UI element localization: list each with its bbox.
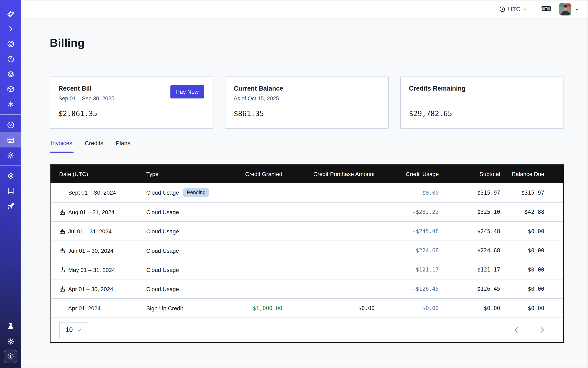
credit-usage-value: -$126.45 — [375, 286, 439, 292]
subtotal-value: $121.17 — [439, 267, 500, 273]
recent-bill-card: Recent Bill Sep 01 – Sep 30, 2025 $2,061… — [50, 76, 213, 129]
gear-icon[interactable] — [0, 147, 21, 163]
card-subtitle: As of Oct 15, 2025 — [234, 95, 380, 102]
avatar[interactable] — [559, 3, 571, 16]
table-row: Jun 01 – 30, 2024 Cloud Usage -$224.68 $… — [51, 240, 563, 260]
col-credit-usage: Credit Usage — [375, 171, 439, 177]
subtotal-value: $0.00 — [439, 305, 500, 311]
invoice-type: Cloud Usage — [146, 247, 179, 254]
spiral-eye-icon[interactable] — [0, 36, 21, 51]
col-credit-purchase-amount: Credit Purchase Amount — [282, 171, 375, 177]
book-sparkle-icon[interactable] — [0, 183, 21, 198]
balance-due-value: $0.00 — [500, 248, 544, 254]
topbar: UTC — [21, 0, 588, 18]
credit-usage-value: -$282.22 — [375, 209, 439, 215]
subtotal-value: $126.45 — [439, 286, 500, 292]
col-credit-granted: Credit Granted — [223, 171, 282, 177]
app-window: UTC — [0, 0, 588, 368]
date-cell: Jun 01 – 30, 2024 — [59, 247, 146, 254]
sidebar-divider — [0, 165, 21, 166]
tab-invoices[interactable]: Invoices — [50, 140, 73, 153]
invoice-type: Sign Up Credit — [146, 305, 183, 311]
asterisk-icon[interactable] — [0, 96, 21, 111]
invoice-date: Aug 01 – 31, 2024 — [68, 209, 115, 215]
balance-due-value: $0.00 — [500, 228, 544, 234]
sidebar-item-billing[interactable] — [0, 132, 21, 147]
layers-icon[interactable] — [0, 66, 21, 81]
chevron-right-icon[interactable] — [0, 21, 21, 36]
credit-usage-value: $0.00 — [375, 305, 439, 311]
timer-icon[interactable] — [0, 51, 21, 66]
summary-cards: Recent Bill Sep 01 – Sep 30, 2025 $2,061… — [50, 76, 564, 129]
col-balance-due: Balance Due — [500, 171, 544, 177]
page-title: Billing — [50, 36, 564, 50]
credit-purchase-value: $0.00 — [282, 305, 375, 311]
timezone-selector[interactable]: UTC — [499, 6, 528, 13]
page-size-value: 10 — [66, 326, 73, 334]
date-cell: Apr 01 – 30, 2024 — [59, 285, 146, 292]
credit-usage-value: -$245.48 — [375, 228, 439, 234]
screen: UTC — [0, 0, 588, 368]
invoice-type: Cloud Usage — [146, 285, 179, 292]
invoice-date: Jun 01 – 30, 2024 — [68, 247, 114, 254]
current-balance-card: Current Balance As of Oct 15, 2025 $861.… — [225, 76, 389, 129]
subtotal-value: $325.10 — [439, 209, 500, 215]
subtotal-value: $315.97 — [439, 190, 500, 196]
table-row: Apr 01, 2024 Sign Up Credit $1,000.00 $0… — [51, 298, 563, 317]
invoices-table: Date (UTC) Type Credit Granted Credit Pu… — [50, 165, 564, 343]
table-row: Aug 01 – 31, 2024 Cloud Usage -$282.22 $… — [51, 202, 563, 221]
table-row: Apr 01 – 30, 2024 Cloud Usage -$126.45 $… — [51, 279, 563, 298]
card-amount: $861.35 — [234, 109, 380, 118]
type-cell: Cloud Usage — [146, 247, 223, 254]
balance-due-value: $0.00 — [500, 286, 544, 292]
credit-usage-value: -$121.17 — [375, 267, 439, 273]
table-row: May 01 – 31, 2024 Cloud Usage -$121.17 $… — [51, 260, 563, 279]
flask-icon[interactable] — [0, 319, 21, 334]
timezone-label: UTC — [508, 6, 521, 13]
main-area: UTC — [21, 0, 588, 368]
date-cell: Apr 01, 2024 — [59, 305, 146, 311]
type-cell: Cloud Usage Pending — [146, 188, 223, 197]
col-date: Date (UTC) — [59, 171, 146, 177]
clock-icon — [499, 6, 505, 12]
tab-plans[interactable]: Plans — [115, 140, 132, 153]
type-cell: Cloud Usage — [146, 228, 223, 234]
download-invoice-button[interactable] — [59, 228, 65, 234]
download-invoice-button[interactable] — [59, 247, 65, 254]
invoice-date: Jul 01 – 31, 2024 — [68, 228, 112, 234]
table-row: Sept 01 – 30, 2024 Cloud Usage Pending $… — [51, 183, 563, 202]
cube-icon[interactable] — [0, 81, 21, 96]
sidebar-divider — [0, 114, 21, 115]
invoice-date: Apr 01 – 30, 2024 — [68, 285, 113, 292]
rocket-icon[interactable] — [0, 198, 21, 213]
sun-icon[interactable] — [0, 334, 21, 349]
subtotal-value: $245.48 — [439, 228, 500, 234]
chevron-down-icon — [77, 328, 82, 332]
content: Billing Recent Bill Sep 01 – Sep 30, 202… — [21, 18, 588, 368]
helm-icon[interactable] — [0, 168, 21, 183]
dollar-badge-button[interactable] — [4, 350, 17, 363]
pager-arrows — [514, 325, 545, 334]
col-type: Type — [146, 171, 223, 177]
download-invoice-button[interactable] — [59, 267, 65, 273]
invoice-type: Cloud Usage — [146, 228, 179, 234]
date-cell: Jul 01 – 31, 2024 — [59, 228, 146, 234]
download-invoice-button[interactable] — [59, 285, 65, 292]
type-cell: Cloud Usage — [146, 285, 223, 292]
credit-usage-value: -$224.68 — [375, 248, 439, 254]
credits-remaining-card: Credits Remaining $29,782.65 — [400, 76, 564, 129]
3d-glasses-button[interactable] — [541, 6, 551, 13]
tab-credits[interactable]: Credits — [84, 140, 104, 153]
logo-orbit-icon[interactable] — [0, 6, 21, 21]
gauge-icon[interactable] — [0, 117, 21, 132]
invoice-date: Apr 01, 2024 — [68, 305, 101, 311]
subtotal-value: $224.68 — [439, 248, 500, 254]
credit-usage-value: $0.00 — [375, 190, 439, 196]
download-invoice-button[interactable] — [59, 209, 65, 215]
pay-now-button[interactable]: Pay Now — [171, 85, 204, 99]
type-cell: Cloud Usage — [146, 267, 223, 273]
page-size-select[interactable]: 10 — [59, 322, 88, 338]
previous-page-button[interactable] — [514, 325, 523, 334]
next-page-button[interactable] — [536, 325, 545, 334]
account-menu-button[interactable] — [575, 7, 579, 11]
